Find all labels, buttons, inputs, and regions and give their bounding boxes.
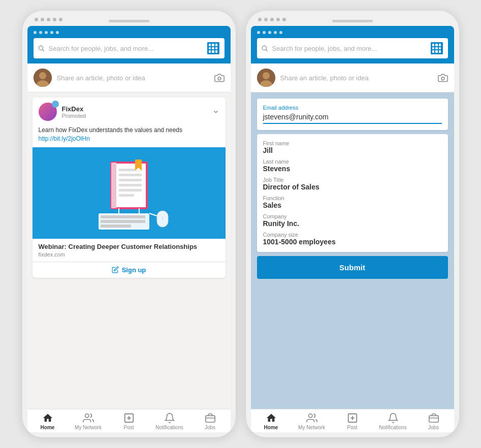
ad-brand: FixDex Promoted bbox=[39, 103, 86, 121]
phones-container: Search for people, jobs, and more... bbox=[12, 1, 469, 447]
right-phone-status-dots bbox=[258, 18, 286, 21]
svg-rect-18 bbox=[101, 220, 145, 223]
left-camera-icon[interactable] bbox=[214, 73, 225, 82]
svg-rect-10 bbox=[119, 179, 142, 181]
right-search-placeholder: Search for people, jobs, and more... bbox=[272, 45, 426, 52]
right-nav-jobs[interactable]: Jobs bbox=[413, 412, 454, 430]
svg-rect-7 bbox=[111, 163, 116, 208]
ad-image bbox=[33, 147, 226, 239]
svg-rect-19 bbox=[101, 225, 131, 228]
job-title-row: Job Title Director of Sales bbox=[263, 177, 442, 191]
left-nav-home[interactable]: Home bbox=[27, 412, 68, 430]
left-share-bar: Share an article, photo or idea bbox=[27, 63, 231, 92]
last-name-value: Stevens bbox=[263, 165, 442, 173]
ad-footer: Webinar: Creating Deeper Customer Relati… bbox=[33, 239, 226, 278]
bell-icon bbox=[164, 412, 175, 424]
svg-point-3 bbox=[39, 72, 46, 79]
first-name-row: First name Jill bbox=[263, 140, 442, 154]
book-illustration bbox=[78, 152, 180, 234]
right-search-bar[interactable]: Search for people, jobs, and more... bbox=[257, 38, 448, 58]
right-share-bar: Share an article, photo or idea bbox=[251, 63, 454, 92]
info-card: First name Jill Last name Stevens Job Ti… bbox=[257, 134, 448, 252]
right-home-icon bbox=[266, 412, 277, 424]
last-name-row: Last name Stevens bbox=[263, 158, 442, 173]
right-share-text[interactable]: Share an article, photo or idea bbox=[280, 74, 433, 82]
left-nav-network[interactable]: My Network bbox=[68, 412, 109, 430]
right-avatar bbox=[257, 69, 275, 87]
svg-rect-42 bbox=[429, 415, 438, 422]
right-search-icon bbox=[261, 45, 268, 52]
phone-right: Search for people, jobs, and more... bbox=[246, 11, 459, 437]
search-icon bbox=[38, 45, 45, 52]
right-nav-home[interactable]: Home bbox=[251, 412, 292, 430]
svg-line-24 bbox=[149, 213, 157, 216]
company-label: Company bbox=[263, 213, 442, 219]
function-row: Function Sales bbox=[263, 195, 442, 209]
email-field[interactable]: Email address jstevens@runity.com bbox=[263, 105, 442, 124]
right-nav-home-label: Home bbox=[264, 425, 278, 430]
right-bottom-nav: Home My Network bbox=[251, 409, 454, 432]
job-title-label: Job Title bbox=[263, 177, 442, 183]
left-grid-icon[interactable] bbox=[206, 41, 220, 55]
submit-button[interactable]: Submit bbox=[257, 256, 448, 279]
function-label: Function bbox=[263, 195, 442, 201]
ad-title: Webinar: Creating Deeper Customer Relati… bbox=[39, 243, 219, 250]
phone-left: Search for people, jobs, and more... bbox=[22, 11, 236, 437]
chevron-down-icon[interactable] bbox=[212, 108, 219, 115]
left-nav-notifications[interactable]: Notifications bbox=[149, 412, 190, 430]
people-icon bbox=[83, 412, 94, 424]
ad-promoted-label: Promoted bbox=[62, 113, 86, 119]
briefcase-icon bbox=[205, 412, 216, 424]
left-nav-notifications-label: Notifications bbox=[155, 425, 183, 430]
ad-logo bbox=[39, 103, 57, 121]
signup-button[interactable]: Sign up bbox=[39, 266, 219, 274]
phone-right-screen: Search for people, jobs, and more... bbox=[251, 26, 454, 432]
right-nav-post[interactable]: Post bbox=[332, 412, 373, 430]
left-search-bar[interactable]: Search for people, jobs, and more... bbox=[34, 38, 225, 58]
left-nav-jobs-label: Jobs bbox=[205, 425, 215, 430]
svg-rect-12 bbox=[119, 189, 142, 191]
last-name-label: Last name bbox=[263, 158, 442, 165]
header-status-dots bbox=[34, 31, 225, 34]
right-header-bar: Search for people, jobs, and more... bbox=[251, 26, 454, 63]
svg-line-1 bbox=[42, 50, 44, 51]
ad-domain: fixdex.com bbox=[39, 251, 219, 258]
company-size-row: Company size 1001-5000 employees bbox=[263, 232, 442, 246]
left-content-area: FixDex Promoted Learn how FixDex underst… bbox=[27, 92, 231, 409]
ad-card-header: FixDex Promoted bbox=[33, 98, 226, 126]
right-nav-notifications-label: Notifications bbox=[379, 425, 406, 430]
ad-link[interactable]: http://bit.ly/2joOlHn bbox=[39, 135, 90, 142]
svg-point-0 bbox=[39, 46, 43, 50]
first-name-value: Jill bbox=[263, 146, 442, 154]
company-row: Company Runity Inc. bbox=[263, 213, 442, 228]
left-nav-post[interactable]: Post bbox=[109, 412, 149, 430]
right-nav-jobs-label: Jobs bbox=[428, 425, 439, 430]
left-avatar bbox=[34, 69, 52, 87]
right-nav-notifications[interactable]: Notifications bbox=[373, 412, 413, 430]
svg-rect-29 bbox=[205, 415, 214, 422]
company-size-label: Company size bbox=[263, 232, 442, 238]
svg-rect-13 bbox=[119, 194, 134, 197]
svg-point-37 bbox=[441, 77, 444, 80]
right-nav-post-label: Post bbox=[347, 425, 357, 430]
email-value[interactable]: jstevens@runity.com bbox=[263, 113, 442, 124]
job-title-value: Director of Sales bbox=[263, 183, 442, 191]
company-value: Runity Inc. bbox=[263, 219, 442, 228]
svg-line-33 bbox=[266, 50, 267, 51]
phone-notch bbox=[109, 20, 149, 22]
left-share-text[interactable]: Share an article, photo or idea bbox=[57, 74, 209, 82]
svg-rect-11 bbox=[119, 184, 142, 186]
left-bottom-nav: Home My Network bbox=[27, 409, 231, 432]
right-camera-icon[interactable] bbox=[438, 73, 448, 82]
svg-rect-17 bbox=[101, 215, 145, 218]
right-grid-icon[interactable] bbox=[430, 41, 444, 55]
home-icon bbox=[42, 412, 53, 424]
phone-left-screen: Search for people, jobs, and more... bbox=[27, 26, 231, 432]
right-briefcase-icon bbox=[428, 412, 439, 424]
right-phone-notch bbox=[332, 20, 373, 22]
first-name-label: First name bbox=[263, 140, 442, 146]
left-nav-jobs[interactable]: Jobs bbox=[190, 412, 231, 430]
right-plus-icon bbox=[347, 412, 358, 424]
right-nav-network[interactable]: My Network bbox=[292, 412, 332, 430]
right-people-icon bbox=[306, 412, 317, 424]
